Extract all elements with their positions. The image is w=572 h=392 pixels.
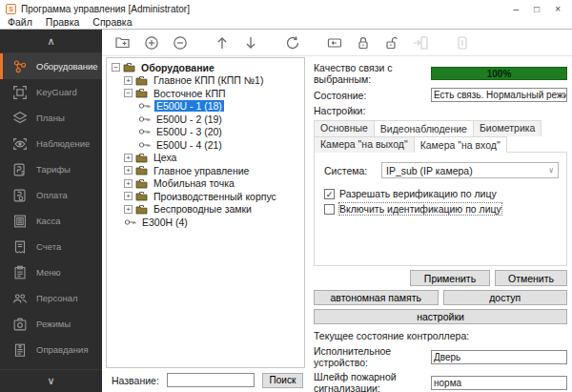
checkbox-face-identification[interactable]: Включить идентификацию по лицу [324, 203, 559, 215]
sidebar-item-staff[interactable]: Персонал [0, 285, 102, 311]
sidebar-item-label: Планы [36, 113, 65, 123]
search-bar: Название: Поиск [106, 368, 305, 390]
accounts-receipt-icon [11, 238, 29, 256]
tree-item-label: Производственный корпус [152, 191, 278, 202]
tree-item-main-kpp[interactable]: + Главное КПП (КПП №1) [110, 74, 304, 88]
move-up-icon[interactable] [211, 32, 234, 53]
close-button[interactable]: × [555, 4, 561, 14]
status-value-fire-loop: норма [431, 376, 567, 390]
tree-item-e500u-3[interactable]: E500U - 3 (20) [110, 126, 304, 139]
sidebar-item-menu[interactable]: Меню [0, 259, 102, 285]
tree-item-wireless-locks[interactable]: + Беспроводные замки [110, 203, 304, 217]
sidebar-item-modes[interactable]: Режимы [0, 311, 102, 337]
menu-clipboard-icon [11, 264, 29, 281]
status-label: Шлейф пожарной сигнализации: [314, 371, 431, 392]
tab-general[interactable]: Основные [314, 120, 375, 136]
tariffs-icon [11, 161, 29, 178]
modes-camera-icon [11, 316, 29, 333]
tree-item-e300h[interactable]: E300H (4) [110, 216, 304, 229]
window-title: Программа управления [Administrator] [21, 4, 514, 14]
checkbox-label: Разрешать верификацию по лицу [339, 188, 497, 199]
tree-item-mobile-point[interactable]: + Мобильная точка [110, 177, 304, 191]
checkbox-unchecked-icon[interactable] [324, 204, 335, 215]
tree-expander[interactable]: + [124, 154, 133, 162]
cancel-button[interactable]: Отменить [495, 270, 567, 286]
equipment-nodes-icon [11, 58, 29, 75]
sidebar-collapse-up[interactable]: ∧ [0, 30, 102, 53]
folder-icon [135, 88, 149, 99]
checkbox-face-verification[interactable]: ✓ Разрешать верификацию по лицу [324, 188, 559, 199]
door-enter-icon [409, 32, 432, 53]
subtab-camera-exit[interactable]: Камера "на выход" [314, 136, 415, 153]
refresh-icon[interactable] [281, 32, 304, 53]
move-down-icon[interactable] [239, 32, 262, 53]
system-label: Система: [324, 165, 381, 176]
quality-progress-bar: 100% [431, 67, 567, 80]
key-icon [124, 217, 137, 228]
search-input[interactable] [167, 373, 255, 387]
device-icon [451, 32, 474, 53]
system-select[interactable]: IP_sub (IP камера) ∨ [381, 162, 559, 178]
sidebar-item-label: Наблюдение [36, 138, 90, 149]
sidebar-item-keyguard[interactable]: KeyGuard [0, 79, 102, 105]
tab-biometrics[interactable]: Биометрика [473, 120, 541, 136]
status-value-actuator: Дверь [431, 350, 567, 364]
add-group-icon[interactable] [112, 32, 134, 53]
tree-item-label: Беспроводные замки [152, 203, 254, 215]
sidebar-item-plans[interactable]: Планы [0, 105, 102, 131]
tree-item-east-kpp[interactable]: − Восточное КПП [110, 87, 304, 100]
collapse-all-icon[interactable] [169, 32, 192, 53]
controller-settings-button[interactable]: настройки [314, 309, 567, 324]
payment-icon [11, 187, 29, 204]
apply-button[interactable]: Применить [410, 270, 490, 286]
tree-item-e500u-4[interactable]: E500U - 4 (21) [110, 138, 304, 152]
minimize-button[interactable]: – [514, 4, 520, 14]
folder-icon [135, 165, 149, 176]
tree-expander[interactable]: + [124, 192, 133, 200]
subtab-camera-entry[interactable]: Камера "на вход" [414, 136, 507, 153]
tree-expander[interactable]: + [124, 205, 133, 214]
key-icon [138, 126, 152, 137]
app-icon: S [6, 4, 16, 14]
tree-expander[interactable]: + [124, 76, 133, 85]
expand-all-icon[interactable] [140, 32, 163, 53]
tree-expander[interactable]: + [124, 166, 133, 175]
menu-help[interactable]: Справка [92, 16, 132, 28]
tree-item-label: E300H (4) [140, 217, 190, 228]
quality-label: Качество связи с выбранным: [314, 62, 431, 85]
autonomous-memory-button[interactable]: автономная память [314, 290, 439, 305]
menu-file[interactable]: Файл [8, 16, 32, 28]
sidebar-item-surveillance[interactable]: Наблюдение [0, 131, 102, 156]
lock-open-icon[interactable] [380, 32, 403, 53]
sidebar-collapse-down[interactable]: ∨ [0, 369, 102, 392]
tab-video-surveillance[interactable]: Видеонаблюдение [374, 120, 474, 136]
status-label: Исполнительное устройство: [314, 345, 431, 368]
tree-item-label: Мобильная точка [152, 177, 236, 189]
menu-edit[interactable]: Правка [46, 16, 79, 28]
maximize-button[interactable]: □ [534, 4, 540, 14]
sidebar-item-label: Тарифы [36, 164, 71, 175]
tree-expander[interactable]: + [124, 179, 133, 188]
tree-item-equipment-root[interactable]: − Оборудование [110, 61, 304, 74]
search-button[interactable]: Поиск [262, 373, 303, 388]
access-button[interactable]: доступ [443, 290, 568, 305]
tree-expander[interactable]: − [124, 89, 133, 97]
tree-item-e500u-1[interactable]: E500U - 1 (18) [110, 100, 304, 113]
tree-item-head-office[interactable]: + Главное управление [110, 164, 304, 177]
tree-item-workshops[interactable]: + Цеха [110, 152, 304, 165]
sidebar-item-cash-register[interactable]: Касса [0, 208, 102, 234]
sidebar-item-tariffs[interactable]: Тарифы [0, 156, 102, 182]
checkbox-checked-icon[interactable]: ✓ [324, 189, 335, 199]
sidebar-item-payment[interactable]: Оплата [0, 182, 102, 208]
tree-item-label: Главное КПП (КПП №1) [152, 74, 265, 86]
card-reader-icon[interactable] [323, 32, 346, 53]
tree-item-label: E500U - 3 (20) [154, 126, 224, 137]
tree-item-e500u-2[interactable]: E500U - 2 (19) [110, 113, 304, 126]
tree-expander[interactable]: − [112, 63, 120, 72]
sidebar-item-equipment[interactable]: Оборудование [0, 53, 102, 79]
lock-closed-icon[interactable] [352, 32, 375, 53]
controller-state-title: Текущее состояние контроллера: [314, 330, 567, 341]
sidebar-item-justifications[interactable]: Оправдания [0, 337, 102, 362]
tree-item-production-building[interactable]: + Производственный корпус [110, 190, 304, 203]
sidebar-item-accounts[interactable]: Счета [0, 234, 102, 259]
